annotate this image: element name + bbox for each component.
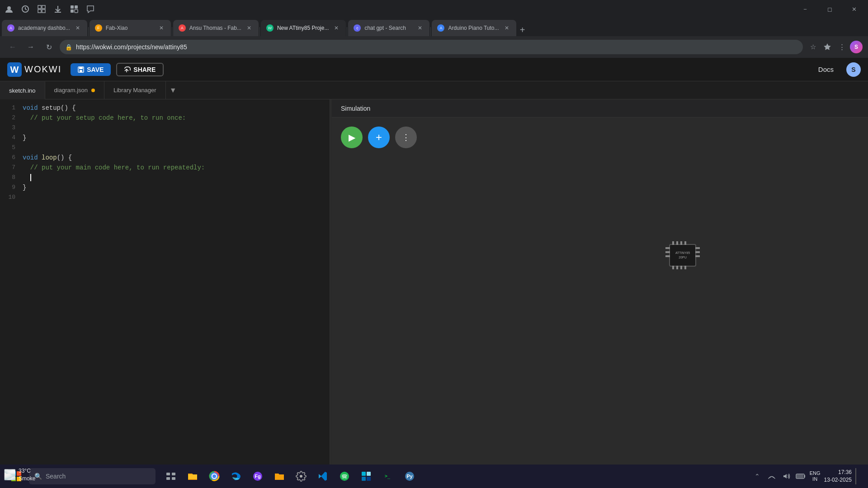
- pin-top-2: [676, 241, 678, 245]
- svg-rect-17: [79, 67, 83, 69]
- battery-icon[interactable]: [795, 471, 806, 482]
- taskbar-app-terminal[interactable]: >_: [378, 466, 398, 486]
- tray-expand-button[interactable]: ⌃: [752, 471, 763, 482]
- code-editor[interactable]: 1 2 3 4 5 6 7 8 9 10 void setup() { // p…: [0, 99, 330, 488]
- taskbar: 🔍 Search: [0, 465, 868, 488]
- title-bar: − ◻ ✕: [0, 0, 868, 18]
- tab-library-label: Library Manager: [113, 87, 156, 94]
- browser-tab-3[interactable]: A Ansu Thomas - Fab... ✕: [173, 20, 259, 36]
- forward-button[interactable]: →: [24, 40, 38, 54]
- language-indicator[interactable]: ENG IN: [810, 470, 821, 482]
- tab-sketch-label: sketch.ino: [9, 87, 36, 94]
- tab-more-button[interactable]: ▼: [166, 81, 180, 99]
- extension-button[interactable]: [821, 41, 834, 53]
- show-desktop-button[interactable]: [855, 468, 859, 484]
- chip-container[interactable]: ATTINY8520PU: [669, 244, 696, 267]
- user-avatar[interactable]: S: [846, 62, 861, 77]
- profile-icon[interactable]: [4, 4, 14, 14]
- tab-close-3[interactable]: ✕: [245, 24, 253, 32]
- chip-pins-top: [672, 241, 686, 245]
- simulation-panel: Simulation ▶ + ⋮: [332, 99, 868, 488]
- taskbar-app-store[interactable]: [356, 466, 376, 486]
- save-button[interactable]: SAVE: [71, 63, 111, 76]
- taskbar-app-chrome[interactable]: [204, 466, 224, 486]
- tab-close-1[interactable]: ✕: [74, 24, 82, 32]
- taskbar-app-fileexplorer[interactable]: [183, 466, 203, 486]
- taskbar-app-python[interactable]: Py: [400, 466, 420, 486]
- taskbar-search-text: Search: [46, 473, 66, 480]
- tab-title-4: New ATtiny85 Proje...: [277, 25, 329, 31]
- code-line-6: void loop() {: [23, 153, 323, 163]
- menu-button[interactable]: ⋮: [835, 41, 848, 53]
- code-content[interactable]: void setup() { // put your setup code he…: [23, 103, 323, 484]
- taskbar-app-vscode[interactable]: [313, 466, 333, 486]
- taskbar-clock[interactable]: 17:36 13-02-2025: [824, 469, 852, 484]
- browser-tab-4[interactable]: W New ATtiny85 Proje... ✕: [261, 20, 346, 36]
- code-scrollbar[interactable]: [323, 103, 330, 484]
- country-text: IN: [812, 476, 817, 482]
- add-component-button[interactable]: +: [368, 127, 390, 148]
- tab-close-5[interactable]: ✕: [416, 24, 424, 32]
- docs-button[interactable]: Docs: [818, 66, 834, 73]
- svg-rect-24: [166, 473, 170, 475]
- downloads-icon[interactable]: [52, 4, 63, 14]
- pin-right-2: [695, 251, 700, 253]
- tab-close-4[interactable]: ✕: [332, 24, 340, 32]
- browser-tab-5[interactable]: c chat gpt - Search ✕: [348, 20, 429, 36]
- tab-close-2[interactable]: ✕: [157, 24, 165, 32]
- tab-close-6[interactable]: ✕: [503, 24, 511, 32]
- pin-right-3: [695, 255, 700, 257]
- bookmark-button[interactable]: ☆: [807, 41, 819, 53]
- close-button[interactable]: ✕: [844, 2, 864, 16]
- profile-button[interactable]: S: [850, 41, 863, 53]
- pin-right-1: [695, 247, 700, 249]
- lock-icon: 🔒: [65, 44, 72, 51]
- code-area[interactable]: 1 2 3 4 5 6 7 8 9 10 void setup() { // p…: [0, 99, 330, 488]
- play-button[interactable]: ▶: [341, 127, 363, 148]
- taskbar-app-edge[interactable]: [226, 466, 246, 486]
- save-icon: [78, 66, 84, 73]
- network-icon[interactable]: [766, 471, 777, 482]
- collections-icon[interactable]: [36, 4, 47, 14]
- new-tab-button[interactable]: +: [516, 23, 529, 36]
- browser-tab-6[interactable]: A Arduino Piano Tuto... ✕: [432, 20, 516, 36]
- title-bar-left: [4, 4, 96, 14]
- pin-top-3: [680, 241, 682, 245]
- tab-sketch[interactable]: sketch.ino: [0, 81, 45, 99]
- line-num-7: 7: [0, 163, 15, 173]
- share-button[interactable]: SHARE: [116, 63, 164, 76]
- chat-icon[interactable]: [85, 4, 96, 14]
- taskbar-app-folders[interactable]: [161, 466, 181, 486]
- line-num-6: 6: [0, 153, 15, 163]
- chip-pins-left: [665, 247, 670, 257]
- browser-tab-1[interactable]: A academany dashbo... ✕: [2, 20, 87, 36]
- simulation-body[interactable]: ▶ + ⋮: [332, 117, 868, 488]
- tab-favicon-4: W: [266, 24, 274, 32]
- tab-library-manager[interactable]: Library Manager: [104, 81, 166, 99]
- tab-separator-4: [347, 27, 347, 36]
- taskbar-app-figma[interactable]: Fg: [248, 466, 268, 486]
- restore-button[interactable]: ◻: [819, 2, 840, 16]
- address-input[interactable]: 🔒 https://wokwi.com/projects/new/attiny8…: [60, 40, 803, 54]
- simulation-controls: ▶ + ⋮: [332, 117, 868, 157]
- reload-button[interactable]: ↻: [42, 40, 56, 54]
- browser-tab-2[interactable]: F Fab-Xiao ✕: [90, 20, 171, 36]
- address-right: ☆ ⋮ S: [807, 41, 863, 53]
- taskbar-search[interactable]: 🔍 Search: [29, 468, 156, 484]
- back-button[interactable]: ←: [5, 40, 20, 54]
- more-options-button[interactable]: ⋮: [395, 127, 417, 148]
- extensions-icon[interactable]: [69, 4, 80, 14]
- taskbar-app-folder[interactable]: [269, 466, 289, 486]
- tab-title-5: chat gpt - Search: [364, 25, 412, 31]
- minimize-button[interactable]: −: [795, 2, 816, 16]
- history-icon[interactable]: [20, 4, 31, 14]
- weather-widget: 🌫️ 33°C Smoke: [4, 467, 35, 483]
- attiny85-chip[interactable]: ATTINY8520PU: [669, 244, 696, 267]
- svg-rect-6: [38, 9, 41, 13]
- taskbar-app-settings[interactable]: [291, 466, 311, 486]
- taskbar-app-spotify[interactable]: [335, 466, 354, 486]
- tab-diagram[interactable]: diagram.json: [45, 81, 104, 99]
- volume-icon[interactable]: [781, 471, 792, 482]
- code-line-4: }: [23, 133, 323, 143]
- line-num-2: 2: [0, 113, 15, 123]
